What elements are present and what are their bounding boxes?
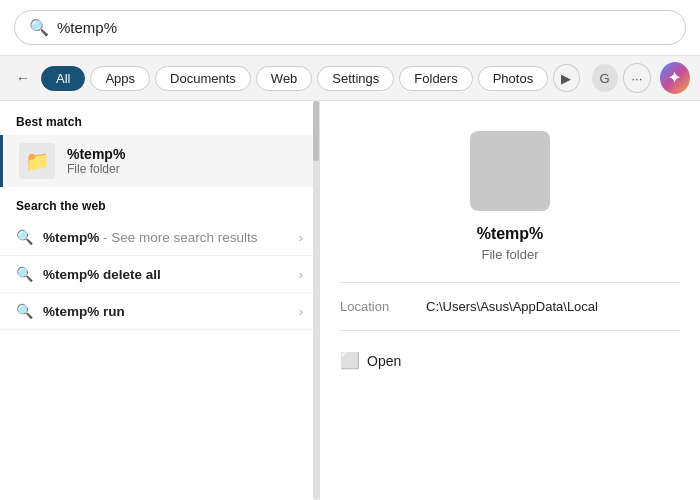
filter-row: ← All Apps Documents Web Settings Folder… bbox=[0, 56, 700, 101]
best-match-text: %temp% File folder bbox=[67, 146, 125, 176]
scroll-thumb[interactable] bbox=[313, 101, 319, 161]
folder-icon: 📁 bbox=[19, 143, 55, 179]
search-icon: 🔍 bbox=[29, 18, 49, 37]
right-panel: %temp% File folder Location C:\Users\Asu… bbox=[320, 101, 700, 500]
detail-type: File folder bbox=[481, 247, 538, 262]
open-label: Open bbox=[367, 353, 401, 369]
filter-all[interactable]: All bbox=[41, 66, 85, 91]
web-item-text-2: %temp% run bbox=[43, 304, 289, 319]
web-search-label: Search the web bbox=[0, 187, 319, 219]
filter-settings[interactable]: Settings bbox=[317, 66, 394, 91]
location-value: C:\Users\Asus\AppData\Local bbox=[426, 299, 598, 314]
web-item-2[interactable]: 🔍 %temp% run › bbox=[0, 293, 319, 330]
web-search-icon-2: 🔍 bbox=[16, 303, 33, 319]
chevron-right-1: › bbox=[299, 267, 303, 282]
web-item-bold-2: %temp% run bbox=[43, 304, 125, 319]
filter-apps[interactable]: Apps bbox=[90, 66, 150, 91]
best-match-type: File folder bbox=[67, 162, 125, 176]
left-panel: Best match 📁 %temp% File folder Search t… bbox=[0, 101, 320, 500]
back-button[interactable]: ← bbox=[10, 66, 36, 90]
web-item-bold-0: %temp% bbox=[43, 230, 99, 245]
ellipsis-button[interactable]: ··· bbox=[623, 63, 651, 93]
user-avatar: G bbox=[592, 64, 618, 92]
web-item-text-1: %temp% delete all bbox=[43, 267, 289, 282]
scrollbar[interactable] bbox=[313, 101, 319, 500]
search-bar-wrapper: 🔍 bbox=[0, 0, 700, 56]
detail-location-row: Location C:\Users\Asus\AppData\Local bbox=[340, 299, 680, 314]
detail-divider bbox=[340, 282, 680, 283]
filter-folders[interactable]: Folders bbox=[399, 66, 472, 91]
main-content: Best match 📁 %temp% File folder Search t… bbox=[0, 101, 700, 500]
web-item-bold-1: %temp% delete all bbox=[43, 267, 161, 282]
detail-name: %temp% bbox=[477, 225, 544, 243]
web-item-1[interactable]: 🔍 %temp% delete all › bbox=[0, 256, 319, 293]
filter-documents[interactable]: Documents bbox=[155, 66, 251, 91]
web-search-icon-1: 🔍 bbox=[16, 266, 33, 282]
best-match-name: %temp% bbox=[67, 146, 125, 162]
web-item-text-0: %temp% - See more search results bbox=[43, 230, 289, 245]
detail-divider-2 bbox=[340, 330, 680, 331]
open-icon: ⬜ bbox=[340, 351, 360, 370]
copilot-icon[interactable]: ✦ bbox=[660, 62, 690, 94]
open-button[interactable]: ⬜ Open bbox=[340, 351, 401, 370]
detail-folder-icon bbox=[470, 131, 550, 211]
location-label: Location bbox=[340, 299, 410, 314]
filter-photos[interactable]: Photos bbox=[478, 66, 548, 91]
filter-web[interactable]: Web bbox=[256, 66, 313, 91]
search-input[interactable] bbox=[57, 19, 671, 36]
filter-more-arrow[interactable]: ▶ bbox=[553, 64, 579, 92]
web-item-dim-0: - See more search results bbox=[99, 230, 257, 245]
best-match-label: Best match bbox=[0, 101, 319, 135]
search-bar: 🔍 bbox=[14, 10, 686, 45]
chevron-right-2: › bbox=[299, 304, 303, 319]
best-match-item[interactable]: 📁 %temp% File folder bbox=[0, 135, 319, 187]
chevron-right-0: › bbox=[299, 230, 303, 245]
web-search-icon-0: 🔍 bbox=[16, 229, 33, 245]
web-item-0[interactable]: 🔍 %temp% - See more search results › bbox=[0, 219, 319, 256]
